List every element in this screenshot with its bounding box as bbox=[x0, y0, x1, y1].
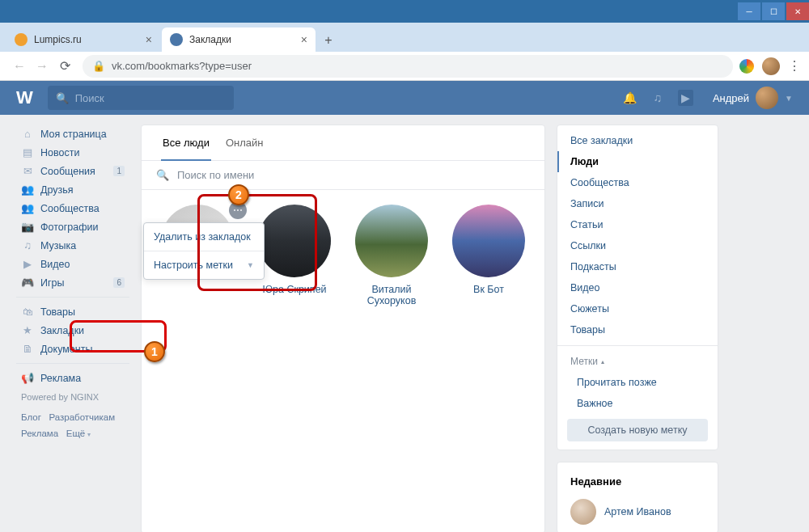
close-icon[interactable]: × bbox=[146, 33, 152, 46]
browser-tab-strip: Lumpics.ru × Закладки × + bbox=[0, 23, 809, 52]
avatar bbox=[355, 205, 428, 277]
nav-games[interactable]: 🎮Игры6 bbox=[16, 273, 129, 292]
person-card[interactable]: Виталий Сухоруков bbox=[347, 205, 436, 306]
search-placeholder: Поиск по имени bbox=[177, 169, 254, 181]
badge-count: 6 bbox=[113, 277, 125, 288]
nav-label: Друзья bbox=[40, 184, 74, 196]
vk-user-menu[interactable]: Андрей ▼ bbox=[713, 87, 793, 109]
filter-market[interactable]: Товары bbox=[557, 319, 718, 340]
window-controls: ─ ☐ ✕ bbox=[736, 2, 809, 20]
notifications-icon[interactable]: 🔔 bbox=[623, 91, 637, 104]
footer-links: Блог Разработчикам Реклама Ещё ▾ bbox=[16, 407, 129, 445]
create-tag-button[interactable]: Создать новую метку bbox=[567, 419, 708, 441]
video-player-icon[interactable]: ▶ bbox=[678, 90, 693, 106]
photos-icon: 📷 bbox=[21, 221, 34, 233]
recent-person[interactable]: Артем Иванов bbox=[557, 496, 718, 528]
browser-menu-button[interactable]: ⋮ bbox=[788, 58, 801, 74]
window-maximize-button[interactable]: ☐ bbox=[762, 2, 785, 20]
favicon-icon bbox=[170, 33, 183, 46]
filter-video[interactable]: Видео bbox=[557, 277, 718, 298]
search-placeholder: Поиск bbox=[75, 92, 104, 104]
bookmarks-icon: ★ bbox=[21, 324, 34, 336]
filter-posts[interactable]: Записи bbox=[557, 193, 718, 214]
vk-header: W 🔍 Поиск 🔔 ♫ ▶ Андрей ▼ bbox=[0, 81, 809, 115]
nav-market[interactable]: 🛍Товары bbox=[16, 302, 129, 321]
footer-blog-link[interactable]: Блог bbox=[21, 412, 41, 422]
nav-label: Сообщения bbox=[40, 166, 95, 177]
extension-icon[interactable] bbox=[739, 59, 754, 74]
nav-friends[interactable]: 👥Друзья bbox=[16, 180, 129, 199]
nav-label: Закладки bbox=[40, 325, 84, 336]
filter-people[interactable]: Люди bbox=[557, 151, 718, 172]
tags-header[interactable]: Метки▴ bbox=[557, 351, 718, 372]
annotation-badge-1: 1 bbox=[144, 341, 165, 362]
nav-reload-button[interactable]: ⟳ bbox=[53, 55, 76, 78]
tab-all-people[interactable]: Все люди bbox=[155, 125, 218, 160]
close-icon[interactable]: × bbox=[301, 33, 307, 46]
avatar bbox=[258, 205, 331, 277]
market-icon: 🛍 bbox=[21, 306, 34, 318]
communities-icon: 👥 bbox=[21, 202, 34, 214]
nav-my-page[interactable]: ⌂Моя страница bbox=[16, 125, 129, 143]
person-card[interactable]: Вк Бот bbox=[444, 205, 533, 306]
nav-communities[interactable]: 👥Сообщества bbox=[16, 199, 129, 217]
nav-music[interactable]: ♫Музыка bbox=[16, 236, 129, 255]
profile-avatar-icon[interactable] bbox=[762, 57, 780, 75]
nav-label: Музыка bbox=[40, 240, 76, 251]
tag-important[interactable]: Важное bbox=[557, 393, 718, 414]
video-icon: ▶ bbox=[21, 258, 34, 270]
nav-news[interactable]: ▤Новости bbox=[16, 143, 129, 162]
search-icon: 🔍 bbox=[156, 169, 169, 181]
filter-links[interactable]: Ссылки bbox=[557, 235, 718, 256]
nav-label: Сообщества bbox=[40, 203, 100, 214]
tag-read-later[interactable]: Прочитать позже bbox=[557, 372, 718, 393]
filter-stories[interactable]: Сюжеты bbox=[557, 298, 718, 319]
filter-podcasts[interactable]: Подкасты bbox=[557, 256, 718, 277]
footer-more-link[interactable]: Ещё bbox=[66, 429, 86, 438]
footer-ads-link[interactable]: Реклама bbox=[21, 429, 58, 438]
filter-articles[interactable]: Статьи bbox=[557, 214, 718, 235]
messages-icon: ✉ bbox=[21, 165, 34, 177]
nav-forward-button[interactable]: → bbox=[31, 55, 53, 78]
card-context-menu: Удалить из закладок Настроить метки▼ bbox=[143, 222, 265, 280]
separator bbox=[557, 345, 718, 346]
page-layout: ⌂Моя страница ▤Новости ✉Сообщения1 👥Друз… bbox=[0, 115, 809, 532]
chevron-down-icon: ▼ bbox=[247, 261, 254, 269]
nav-label: Видео bbox=[40, 259, 70, 270]
nav-photos[interactable]: 📷Фотографии bbox=[16, 217, 129, 236]
vk-logo[interactable]: W bbox=[16, 87, 32, 108]
filter-all[interactable]: Все закладки bbox=[557, 130, 718, 151]
nav-video[interactable]: ▶Видео bbox=[16, 255, 129, 273]
people-search-input[interactable]: 🔍 Поиск по имени bbox=[142, 161, 544, 190]
content-tabs: Все люди Онлайн bbox=[142, 125, 544, 161]
browser-tab-bookmarks[interactable]: Закладки × bbox=[162, 27, 316, 52]
tab-online[interactable]: Онлайн bbox=[218, 125, 272, 160]
nav-bookmarks[interactable]: ★Закладки bbox=[16, 321, 129, 340]
window-titlebar: ─ ☐ ✕ bbox=[0, 0, 809, 23]
friends-icon: 👥 bbox=[21, 184, 34, 196]
nav-documents[interactable]: 🗎Документы bbox=[16, 340, 129, 358]
window-close-button[interactable]: ✕ bbox=[786, 2, 809, 20]
nav-messages[interactable]: ✉Сообщения1 bbox=[16, 162, 129, 180]
footer-devs-link[interactable]: Разработчикам bbox=[49, 412, 115, 422]
url-text: vk.com/bookmarks?type=user bbox=[112, 60, 252, 72]
docs-icon: 🗎 bbox=[21, 343, 34, 355]
nav-label: Реклама bbox=[40, 373, 81, 384]
url-input[interactable]: 🔒 vk.com/bookmarks?type=user bbox=[83, 55, 733, 78]
chevron-down-icon: ▼ bbox=[785, 94, 793, 103]
menu-label: Настроить метки bbox=[154, 260, 233, 271]
browser-tab-lumpics[interactable]: Lumpics.ru × bbox=[6, 27, 160, 52]
nav-ads[interactable]: 📢Реклама bbox=[16, 369, 129, 387]
tab-title: Lumpics.ru bbox=[34, 34, 82, 45]
menu-configure-tags[interactable]: Настроить метки▼ bbox=[144, 251, 264, 279]
nav-back-button[interactable]: ← bbox=[8, 55, 31, 78]
nav-label: Моя страница bbox=[40, 129, 107, 140]
person-name: Вк Бот bbox=[444, 284, 533, 295]
window-minimize-button[interactable]: ─ bbox=[738, 2, 760, 20]
filter-communities[interactable]: Сообщества bbox=[557, 172, 718, 193]
music-player-icon[interactable]: ♫ bbox=[653, 91, 662, 104]
vk-search-input[interactable]: 🔍 Поиск bbox=[48, 86, 234, 110]
nav-label: Товары bbox=[40, 306, 75, 318]
new-tab-button[interactable]: + bbox=[317, 29, 340, 52]
menu-remove-bookmark[interactable]: Удалить из закладок bbox=[144, 223, 264, 251]
